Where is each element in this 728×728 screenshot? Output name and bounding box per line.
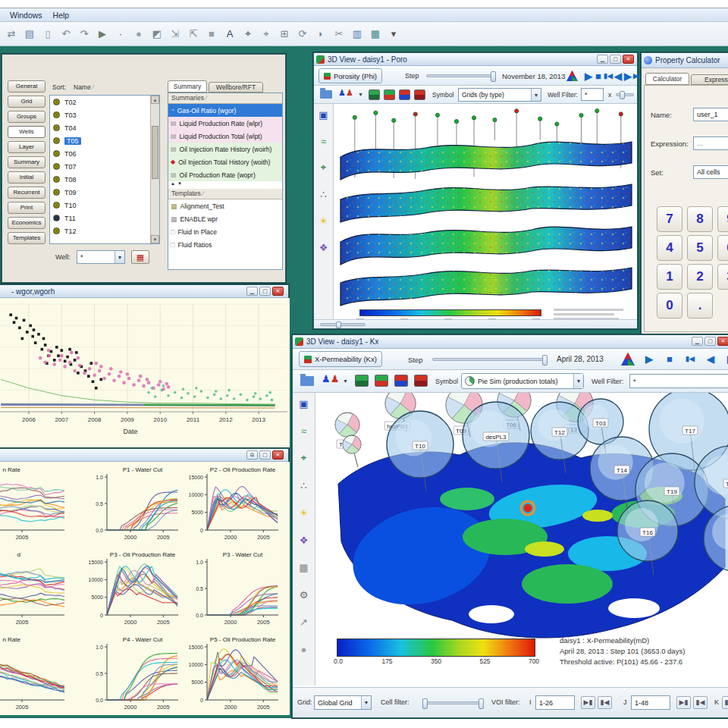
cycle-icon[interactable]: ⟳ <box>294 26 311 42</box>
summaries-spinner[interactable]: ▲▼ <box>168 181 282 189</box>
sidebar-tab-wells[interactable]: Wells <box>8 126 46 138</box>
select-chart-icon[interactable]: ◩ <box>149 26 165 42</box>
reservoir-3d-scene[interactable] <box>334 104 638 307</box>
sync-icon[interactable]: ⇄ <box>3 26 20 42</box>
summary-item[interactable]: ▤Liquid Production Total (wlpt) <box>168 130 282 143</box>
settings-icon[interactable]: ⚙ <box>297 587 312 602</box>
probe-icon[interactable]: ✦ <box>240 26 256 42</box>
well-list-item[interactable]: T05 <box>50 134 159 147</box>
key-8[interactable]: 8 <box>687 206 713 232</box>
tab-summary[interactable]: Summary <box>168 80 207 93</box>
mini-slider-handle[interactable] <box>620 91 625 99</box>
symbol-combo[interactable]: Grids (by type)▼ <box>458 88 541 102</box>
well-list-item[interactable]: T06 <box>50 147 159 160</box>
key-3[interactable]: 3 <box>717 264 728 290</box>
wells-icon[interactable]: ⌖ <box>297 450 312 466</box>
name-input[interactable]: user_1 <box>693 108 728 121</box>
summary-item[interactable]: ▤Oil Injection Rate History (woirh) <box>168 143 282 155</box>
well-type-icon-4[interactable] <box>414 375 428 387</box>
maximize-button[interactable]: ▢ <box>259 287 271 296</box>
tab-wellbore-rft[interactable]: Wellbore/RFT <box>209 82 263 93</box>
groups-icon[interactable]: ♟♟ <box>322 373 339 384</box>
wells-icon[interactable]: ⌖ <box>316 160 331 175</box>
key-1[interactable]: 1 <box>657 264 682 290</box>
summary-item[interactable]: ▤Liquid Production Rate (wlpr) <box>168 117 282 130</box>
key-0[interactable]: 0 <box>657 293 682 318</box>
maximize-button[interactable]: ▢ <box>610 55 621 64</box>
well-filter-combo[interactable]: *▼ <box>77 250 125 264</box>
property-select-button[interactable]: X-Permeability (Kx) <box>299 351 382 367</box>
close-button[interactable]: ✕ <box>623 55 634 64</box>
comment-icon[interactable]: ◗ <box>312 26 329 42</box>
maximize-button[interactable]: ▢ <box>259 450 271 460</box>
more-icon[interactable]: · <box>112 26 129 42</box>
close-button[interactable]: ✕ <box>717 337 728 346</box>
i-next-icon[interactable]: ▶▮ <box>581 696 595 709</box>
sidebar-tab-general[interactable]: General <box>8 80 46 93</box>
layers-icon[interactable]: ≈ <box>316 133 331 149</box>
well-list-item[interactable]: T07 <box>50 160 159 173</box>
minimize-button[interactable]: ▁ <box>692 337 703 346</box>
scroll-down-icon[interactable]: ▼ <box>151 235 159 243</box>
template-item[interactable]: ▦ENABLE wpr <box>168 212 282 225</box>
tab-expression[interactable]: Expression <box>691 74 728 85</box>
close-button[interactable]: ✕ <box>272 450 284 460</box>
view-cube-icon[interactable]: ▣ <box>316 107 331 122</box>
restore-button[interactable]: ⧉ <box>246 450 258 460</box>
menu-item-help[interactable]: Help <box>48 10 75 20</box>
well-filter-input[interactable]: * <box>629 374 728 388</box>
i-prev-icon[interactable]: ▮◀ <box>598 696 612 709</box>
sidebar-tab-templates[interactable]: Templates <box>8 232 46 244</box>
print-icon[interactable]: ▥ <box>349 26 366 42</box>
scroll-thumb[interactable] <box>152 126 158 179</box>
mesh-icon[interactable]: ▦ <box>297 560 312 575</box>
step-slider[interactable] <box>426 74 496 77</box>
symbol-combo[interactable]: Pie Sim (production totals)▼ <box>461 373 584 389</box>
j-next-icon[interactable]: ▶▮ <box>676 696 691 709</box>
sidebar-tab-economics[interactable]: Economics <box>8 217 46 229</box>
j-prev-icon[interactable]: ▮◀ <box>693 696 708 709</box>
sidebar-tab-layer[interactable]: Layer <box>8 141 46 153</box>
summaries-section-header[interactable]: Summaries ∕ <box>168 93 282 104</box>
key-2[interactable]: 2 <box>687 264 713 290</box>
well-list-item[interactable]: T08 <box>50 173 159 186</box>
sidebar-tab-print[interactable]: Print <box>8 202 46 214</box>
well-list-item[interactable]: T12 <box>50 224 159 237</box>
well-list-item[interactable]: T09 <box>50 186 159 199</box>
key-4[interactable]: 4 <box>657 235 682 261</box>
play-icon[interactable]: ▶ <box>642 351 657 366</box>
close-button[interactable]: ✕ <box>272 287 284 296</box>
summary-item[interactable]: ▤Oil Production Rate (wopr) <box>168 168 282 181</box>
open-folder-icon[interactable] <box>320 90 332 99</box>
rgb-triangle-icon[interactable] <box>620 352 635 366</box>
template-item[interactable]: ▦Alignment_Test <box>168 199 282 212</box>
wells-scrollbar[interactable]: ▲ ▼ <box>150 96 159 243</box>
well-type-icon-2[interactable] <box>384 89 395 100</box>
scroll-up-icon[interactable]: ▲ <box>151 96 159 104</box>
record-icon[interactable]: ● <box>130 26 147 42</box>
blocks-icon[interactable]: ❖ <box>297 532 312 548</box>
well-list-item[interactable]: T04 <box>50 121 159 134</box>
cell-filter-handle-high[interactable] <box>479 698 484 709</box>
sphere-icon[interactable]: ● <box>297 642 312 657</box>
sidebar-tab-grid[interactable]: Grid <box>8 96 46 108</box>
light-icon[interactable]: ☀ <box>316 213 331 228</box>
annotate-icon[interactable]: A <box>221 26 238 42</box>
status-slider[interactable] <box>320 323 366 326</box>
minimize-button[interactable]: ▁ <box>246 287 258 296</box>
key-7[interactable]: 7 <box>657 206 682 232</box>
permeability-map-scene[interactable]: T02hssPB3T09T06T13T10desPL3T12T03T17T14T… <box>315 393 728 643</box>
well-pie-symbol[interactable] <box>343 435 361 467</box>
light-icon[interactable]: ☀ <box>297 505 312 520</box>
well-type-icon-4[interactable] <box>414 89 425 100</box>
wells-icon[interactable]: ⌖ <box>258 26 275 42</box>
expression-input[interactable]: ... <box>693 136 728 150</box>
prev-step-icon[interactable]: ◀ <box>703 351 718 366</box>
save-icon[interactable]: ▤ <box>21 26 38 42</box>
chevron-down-icon[interactable]: ▼ <box>573 374 583 388</box>
sidebar-tab-recurrent[interactable]: Recurrent <box>8 187 46 199</box>
well-list-item[interactable]: T10 <box>50 199 159 212</box>
layers-icon[interactable]: ≈ <box>297 423 312 438</box>
groups-icon[interactable]: ♟♟ <box>338 88 353 98</box>
stop-icon[interactable]: ■ <box>203 26 220 42</box>
